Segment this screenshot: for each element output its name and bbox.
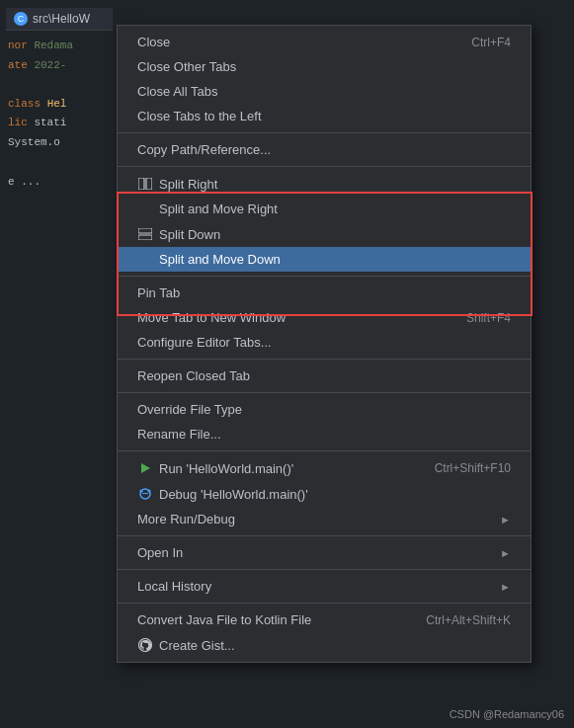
menu-item-convert-kotlin[interactable]: Convert Java File to Kotlin File Ctrl+Al… <box>118 607 531 632</box>
tab-icon: C <box>14 12 28 26</box>
menu-separator <box>118 535 531 536</box>
menu-separator <box>118 603 531 604</box>
arrow-icon: ► <box>500 581 511 593</box>
svg-rect-0 <box>138 178 144 190</box>
menu-separator <box>118 450 531 451</box>
svg-rect-1 <box>146 178 152 190</box>
menu-item-pin-tab[interactable]: Pin Tab <box>118 281 531 305</box>
menu-item-split-down[interactable]: Split Down <box>118 221 531 247</box>
menu-item-rename-file[interactable]: Rename File... <box>118 422 531 446</box>
menu-item-copy-path[interactable]: Copy Path/Reference... <box>118 137 531 162</box>
arrow-icon: ► <box>500 547 511 559</box>
code-line: ate 2022- <box>8 56 111 76</box>
menu-item-debug[interactable]: Debug 'HelloWorld.main()' <box>118 481 531 507</box>
code-line: System.o <box>8 133 111 153</box>
code-line: e ... <box>8 173 111 193</box>
editor-tab[interactable]: C src\HelloW <box>6 8 113 31</box>
svg-point-7 <box>148 490 151 493</box>
menu-item-move-window[interactable]: Move Tab to New Window Shift+F4 <box>118 305 531 330</box>
code-line: nor Redama <box>8 37 111 56</box>
menu-item-override-file-type[interactable]: Override File Type <box>118 397 531 422</box>
tab-label: src\HelloW <box>33 12 90 26</box>
menu-item-more-run[interactable]: More Run/Debug ► <box>118 507 531 531</box>
svg-rect-3 <box>138 235 152 240</box>
split-down-icon <box>137 226 153 242</box>
menu-item-close-all[interactable]: Close All Tabs <box>118 79 531 104</box>
github-icon <box>137 637 153 653</box>
run-icon <box>137 460 153 476</box>
code-line: lic stati <box>8 114 111 133</box>
arrow-icon: ► <box>500 514 511 526</box>
svg-rect-8 <box>142 493 148 494</box>
menu-separator <box>118 132 531 133</box>
svg-point-6 <box>140 490 143 493</box>
menu-item-run[interactable]: Run 'HelloWorld.main()' Ctrl+Shift+F10 <box>118 455 531 481</box>
menu-item-create-gist[interactable]: Create Gist... <box>118 632 531 658</box>
debug-icon <box>137 486 153 502</box>
editor-background: C src\HelloW nor Redama ate 2022- class … <box>0 0 119 728</box>
watermark: CSDN @Redamancy06 <box>450 708 564 720</box>
menu-item-reopen-closed[interactable]: Reopen Closed Tab <box>118 364 531 388</box>
svg-rect-2 <box>138 228 152 233</box>
menu-item-configure-tabs[interactable]: Configure Editor Tabs... <box>118 330 531 355</box>
svg-marker-4 <box>141 463 150 473</box>
menu-item-close-other[interactable]: Close Other Tabs <box>118 54 531 79</box>
context-menu: Close Ctrl+F4 Close Other Tabs Close All… <box>117 25 532 663</box>
menu-item-close-left[interactable]: Close Tabs to the Left <box>118 104 531 128</box>
menu-item-split-right[interactable]: Split Right <box>118 171 531 197</box>
menu-separator <box>118 392 531 393</box>
code-line <box>8 75 111 95</box>
menu-separator <box>118 166 531 167</box>
menu-separator <box>118 359 531 360</box>
menu-item-local-history[interactable]: Local History ► <box>118 574 531 599</box>
split-right-icon <box>137 176 153 192</box>
menu-item-close[interactable]: Close Ctrl+F4 <box>118 30 531 54</box>
menu-separator <box>118 569 531 570</box>
menu-item-split-move-right[interactable]: Split and Move Right <box>118 197 531 221</box>
menu-item-split-move-down[interactable]: Split and Move Down <box>118 247 531 272</box>
menu-separator <box>118 276 531 277</box>
code-line: class Hel <box>8 95 111 115</box>
menu-item-open-in[interactable]: Open In ► <box>118 540 531 565</box>
